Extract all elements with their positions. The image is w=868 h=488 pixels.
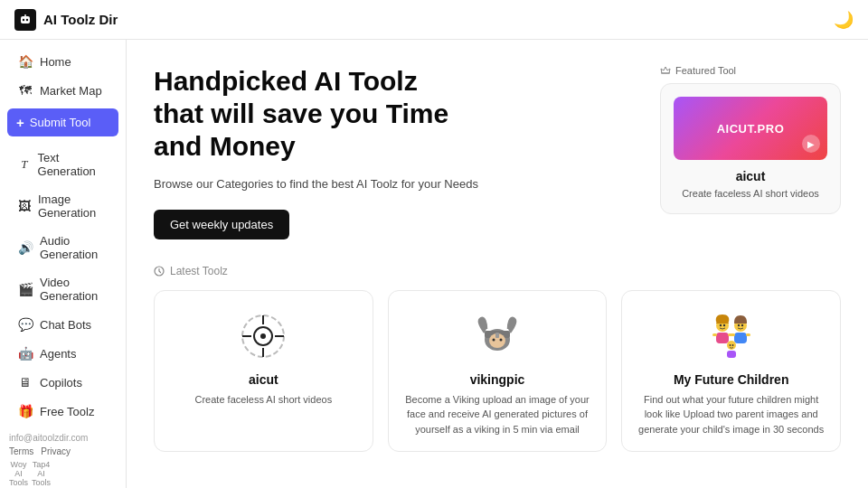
svg-point-19 (719, 324, 721, 325)
tool-desc-vikingpic: Become a Viking upload an image of your … (403, 392, 592, 437)
agents-icon: 🤖 (18, 346, 33, 361)
future-children-svg-icon (708, 313, 755, 360)
text-gen-icon: T (18, 157, 31, 172)
hero-right: Featured Tool AICUT.PRO ▶ aicut Create f… (660, 65, 841, 214)
tool-icon-aicut (236, 309, 290, 363)
sidebar-label-audio-gen: Audio Generation (40, 234, 108, 261)
svg-rect-33 (727, 351, 736, 358)
svg-rect-27 (734, 333, 747, 343)
footer-email: info@aitoolzdir.com (9, 433, 117, 443)
svg-point-25 (737, 324, 739, 325)
vikingpic-svg-icon (474, 313, 521, 360)
tool-card-my-future-children[interactable]: My Future Children Find out what your fu… (621, 290, 841, 453)
robot-icon (18, 13, 33, 27)
featured-img-text: AICUT.PRO (717, 122, 785, 136)
hero-section: Handpicked AI Toolz that will save you T… (127, 40, 868, 261)
tool-card-aicut[interactable]: aicut Create faceless AI short videos (154, 290, 373, 453)
svg-point-15 (492, 338, 495, 341)
featured-badge: Featured Tool (660, 65, 841, 76)
svg-point-32 (731, 344, 733, 346)
sidebar-item-text-generation[interactable]: T Text Generation (5, 145, 120, 184)
sidebar-label-image-gen: Image Generation (38, 192, 108, 220)
home-icon: 🏠 (18, 54, 33, 69)
footer-ads: Woy AI Tools Tap4 AI Tools (9, 460, 117, 487)
submit-tool-button[interactable]: + Submit Tool (7, 108, 118, 136)
svg-point-2 (26, 18, 28, 20)
tool-name-aicut: aicut (169, 372, 358, 387)
footer-links: Terms Privacy (9, 446, 117, 456)
clock-icon (154, 266, 165, 277)
sidebar-item-market-map[interactable]: 🗺 Market Map (5, 77, 120, 104)
sidebar-item-video-generation[interactable]: 🎬 Video Generation (5, 269, 120, 309)
sidebar-item-home[interactable]: 🏠 Home (5, 48, 120, 75)
tool-desc-aicut: Create faceless AI short videos (169, 392, 358, 408)
tool-name-future-children: My Future Children (637, 372, 826, 387)
topbar-left: AI Toolz Dir (14, 9, 118, 31)
video-gen-icon: 🎬 (18, 282, 33, 296)
svg-point-20 (722, 324, 724, 325)
sidebar-label-free-toolz: Free Toolz (40, 405, 94, 418)
svg-point-16 (499, 338, 502, 341)
svg-point-26 (741, 324, 742, 325)
market-map-icon: 🗺 (18, 83, 33, 98)
latest-label: Latest Toolz (170, 265, 228, 277)
featured-card-name: aicut (674, 169, 827, 183)
logo-icon (14, 9, 36, 31)
sidebar-label-copilots: Copilots (40, 376, 82, 389)
latest-section: Latest Toolz (127, 261, 868, 471)
sidebar-label-video-gen: Video Generation (40, 276, 108, 303)
featured-card-image: AICUT.PRO ▶ (674, 97, 827, 160)
featured-card[interactable]: AICUT.PRO ▶ aicut Create faceless AI sho… (660, 83, 841, 214)
svg-rect-17 (495, 333, 499, 338)
sidebar-label-chat-bots: Chat Bots (40, 318, 91, 332)
sidebar-label-text-gen: Text Generation (38, 151, 108, 178)
svg-point-31 (729, 344, 731, 346)
app-container: AI Toolz Dir 🌙 🏠 Home 🗺 Market Map + Sub… (0, 0, 868, 488)
site-title: AI Toolz Dir (43, 12, 118, 27)
chat-bots-icon: 💬 (18, 317, 33, 332)
svg-rect-0 (21, 16, 30, 23)
svg-point-7 (260, 333, 266, 339)
main-content: Handpicked AI Toolz that will save you T… (127, 40, 868, 488)
svg-rect-22 (712, 333, 717, 336)
svg-rect-28 (731, 333, 735, 336)
aicut-svg-icon (240, 313, 287, 360)
hero-title: Handpicked AI Toolz that will save you T… (154, 65, 461, 163)
topbar: AI Toolz Dir 🌙 (0, 0, 868, 40)
featured-card-desc: Create faceless AI short videos (674, 187, 827, 201)
tool-card-vikingpic[interactable]: vikingpic Become a Viking upload an imag… (388, 290, 608, 453)
sidebar-footer: info@aitoolzdir.com Terms Privacy Woy AI… (0, 426, 126, 488)
copilots-icon: 🖥 (18, 375, 33, 389)
sidebar-item-chat-bots[interactable]: 💬 Chat Bots (5, 311, 120, 338)
sidebar-label-market-map: Market Map (40, 84, 102, 98)
svg-rect-21 (716, 333, 729, 343)
tool-icon-future-children (704, 309, 759, 363)
crown-icon (660, 65, 671, 76)
theme-toggle[interactable]: 🌙 (834, 10, 854, 30)
get-updates-button[interactable]: Get weekly updates (154, 210, 289, 239)
submit-label: Submit Tool (30, 116, 91, 129)
sidebar-item-copilots[interactable]: 🖥 Copilots (5, 369, 120, 396)
privacy-link[interactable]: Privacy (41, 446, 71, 456)
svg-rect-3 (24, 14, 26, 16)
sidebar-label-home: Home (40, 55, 71, 69)
terms-link[interactable]: Terms (9, 446, 33, 456)
hero-subtitle: Browse our Categories to find the best A… (154, 175, 624, 193)
hero-left: Handpicked AI Toolz that will save you T… (154, 65, 624, 239)
plus-icon: + (16, 115, 24, 130)
sidebar-item-free-toolz[interactable]: 🎁 Free Toolz (5, 398, 120, 425)
tool-desc-future-children: Find out what your future children might… (637, 392, 826, 437)
body-row: 🏠 Home 🗺 Market Map + Submit Tool T Text… (0, 40, 868, 488)
sidebar-label-agents: Agents (40, 347, 76, 361)
ad-tap4: Tap4 AI Tools (32, 460, 51, 487)
svg-rect-29 (746, 333, 750, 336)
featured-label: Featured Tool (675, 65, 736, 76)
sidebar-item-image-generation[interactable]: 🖼 Image Generation (5, 186, 120, 226)
tools-grid: aicut Create faceless AI short videos (154, 290, 841, 453)
sidebar-item-audio-generation[interactable]: 🔊 Audio Generation (5, 228, 120, 267)
audio-gen-icon: 🔊 (18, 240, 33, 255)
latest-header: Latest Toolz (154, 265, 841, 277)
free-toolz-icon: 🎁 (18, 404, 33, 418)
sidebar: 🏠 Home 🗺 Market Map + Submit Tool T Text… (0, 40, 127, 488)
sidebar-item-agents[interactable]: 🤖 Agents (5, 340, 120, 367)
